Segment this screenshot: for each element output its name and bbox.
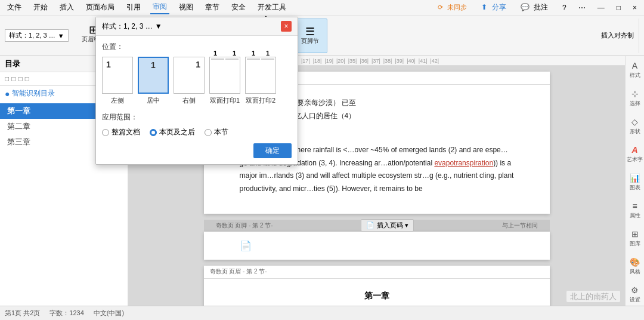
page-info: 第1页 共2页: [5, 309, 40, 318]
right-gallery-btn[interactable]: ⊞ 图库: [628, 227, 642, 250]
popup-body: 位置： 1 左侧 1 居中: [96, 36, 298, 164]
menu-layout[interactable]: 页面布局: [83, 1, 117, 14]
radio-dot: [151, 131, 155, 134]
menu-start[interactable]: 开始: [31, 1, 50, 14]
page-number-dialog: 样式：1, 2, 3 … ▼ × 位置： 1 左侧 1: [95, 17, 298, 165]
pos-duplex1-box: 1 1: [209, 57, 240, 94]
apply-all-radio[interactable]: [102, 129, 109, 136]
pos-left-box: 1: [102, 57, 133, 94]
pos-duplex2-box: 1 1: [245, 57, 276, 94]
right-style2-btn[interactable]: 🎨 风格: [628, 255, 642, 278]
pos-center-box: 1: [138, 57, 169, 94]
right-select-btn[interactable]: ⊹ 选择: [628, 87, 642, 110]
page2-header: 奇数页 页眉 - 第 2 节-: [204, 266, 550, 279]
menu-reference[interactable]: 引用: [124, 1, 143, 14]
pos-right[interactable]: 1 右侧: [174, 57, 205, 105]
pos-right-box: 1: [174, 57, 205, 94]
lang-info: 中文(中国): [94, 309, 124, 318]
maximize-btn[interactable]: □: [614, 2, 623, 13]
same-prev-label: 与上一节相同: [502, 221, 538, 230]
apply-section-radio[interactable]: [205, 129, 212, 136]
insert-page-btn[interactable]: 📄 插入页码 ▾: [361, 219, 414, 232]
chapter-title: 第一章: [240, 291, 514, 301]
right-wordart-btn[interactable]: A 艺术字: [626, 143, 644, 166]
page1-bottom: 📄: [204, 232, 550, 260]
right-shape-btn[interactable]: ◇ 形状: [628, 115, 642, 138]
word-count: 字数：1234: [49, 309, 83, 318]
popup-header: 样式：1, 2, 3 … ▼ ×: [96, 17, 298, 36]
popup-position-title: 位置：: [102, 42, 292, 52]
ribbon-group-insert-align: 插入对齐制: [596, 19, 639, 53]
toc-icon4[interactable]: □: [25, 75, 29, 83]
right-settings-btn[interactable]: ⚙ 设置: [628, 283, 642, 306]
page-separator: 奇数页 页脚 - 第 2 节- 📄 插入页码 ▾ 与上一节相同: [204, 220, 550, 232]
apply-options: 整篇文档 本页及之后 本节: [102, 127, 292, 137]
right-styles-btn[interactable]: A 样式: [628, 59, 642, 82]
menu-chapter[interactable]: 章节: [203, 1, 222, 14]
right-prop-btn[interactable]: ≡ 属性: [628, 199, 642, 222]
menu-file[interactable]: 文件: [5, 1, 24, 14]
popup-actions: 确定: [102, 143, 292, 158]
evapotranspiration-link[interactable]: evapotranspiration: [434, 159, 493, 167]
status-bar: 第1页 共2页 字数：1234 中文(中国): [0, 306, 644, 320]
toc-icon2[interactable]: □: [11, 75, 16, 83]
sync-status: ⟳ 未同步: [435, 2, 472, 13]
right-chart-btn[interactable]: 📊 图表: [628, 171, 642, 194]
toc-icon3[interactable]: □: [18, 75, 23, 83]
menu-view[interactable]: 视图: [177, 1, 196, 14]
pos-left[interactable]: 1 左侧: [102, 57, 133, 105]
popup-apply-title: 应用范围：: [102, 112, 292, 122]
popup-style-dropdown[interactable]: 样式：1, 2, 3 … ▼: [102, 21, 162, 32]
apply-all[interactable]: 整篇文档: [102, 127, 140, 137]
more-btn[interactable]: ⋯: [576, 2, 588, 13]
current-section-btn[interactable]: ☰ 页脚节: [298, 25, 322, 47]
right-panel: A 样式 ⊹ 选择 ◇ 形状 A 艺术字 📊 图表 ≡ 属性 ⊞ 图库 🎨 风格…: [625, 56, 644, 320]
menu-security[interactable]: 安全: [229, 1, 248, 14]
toc-icon1[interactable]: □: [5, 75, 9, 83]
style-dropdown[interactable]: 样式：1, 2, 3 …▼: [5, 29, 69, 42]
pos-duplex1[interactable]: 1 1 双面打印1: [209, 57, 240, 105]
footer-label: 奇数页 页脚 - 第 2 节-: [216, 221, 273, 230]
apply-from-here[interactable]: 本页及之后: [150, 127, 195, 137]
help-btn[interactable]: ?: [560, 2, 569, 13]
menu-insert[interactable]: 插入: [57, 1, 76, 14]
confirm-btn[interactable]: 确定: [253, 143, 292, 158]
share-btn[interactable]: ⬆ 分享: [479, 1, 510, 14]
apply-section[interactable]: 本节: [205, 127, 228, 137]
menu-bar: 文件 开始 插入 页面布局 引用 审阅 视图 章节 安全 开发工具 ⟳ 未同步 …: [0, 0, 644, 16]
menu-devtools[interactable]: 开发工具: [255, 1, 289, 14]
watermark: 北上的南药人: [566, 291, 620, 302]
popup-close-btn[interactable]: ×: [281, 21, 292, 32]
page2-content: 第一章 ucidated whether these impacts will …: [204, 279, 550, 306]
toc-title: 目录: [5, 59, 20, 69]
doc-page-2: 奇数页 页眉 - 第 2 节- 第一章 ucidated whether the…: [204, 266, 550, 306]
pos-duplex2[interactable]: 1 1 双面打印2: [245, 57, 276, 105]
apply-from-here-radio[interactable]: [150, 129, 157, 136]
menu-review[interactable]: 审阅: [150, 1, 169, 14]
position-options: 1 左侧 1 居中 1 右侧: [102, 57, 292, 105]
minimize-btn[interactable]: —: [595, 2, 607, 13]
pos-center[interactable]: 1 居中: [138, 57, 169, 105]
comment-btn[interactable]: 💬 批注: [518, 1, 553, 14]
close-btn[interactable]: ×: [630, 2, 639, 13]
